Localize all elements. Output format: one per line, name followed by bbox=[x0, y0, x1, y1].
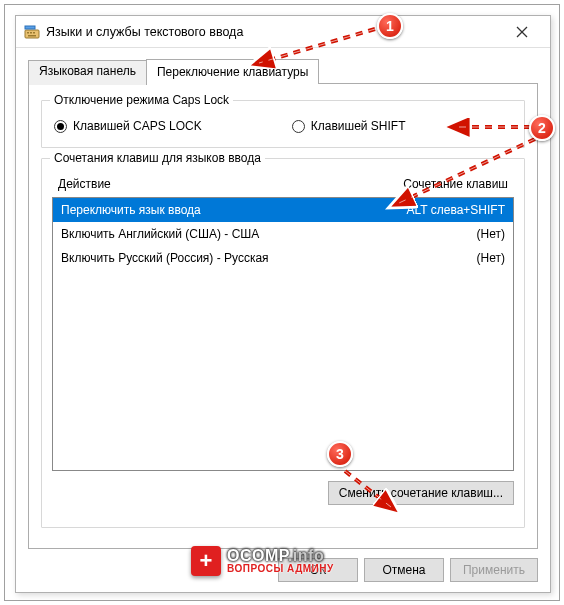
row-keys: (Нет) bbox=[477, 251, 505, 265]
watermark: + OCOMP.info ВОПРОСЫ АДМИНУ bbox=[191, 546, 334, 576]
callout-badge-1: 1 bbox=[377, 13, 403, 39]
row-keys: (Нет) bbox=[477, 227, 505, 241]
svg-rect-4 bbox=[28, 35, 36, 37]
col-keys: Сочетание клавиш bbox=[403, 177, 508, 191]
change-hotkey-button[interactable]: Сменить сочетание клавиш... bbox=[328, 481, 514, 505]
cancel-button[interactable]: Отмена bbox=[364, 558, 444, 582]
list-header: Действие Сочетание клавиш bbox=[52, 173, 514, 197]
radio-capslock-label: Клавишей CAPS LOCK bbox=[73, 119, 202, 133]
tab-keyboard-switch[interactable]: Переключение клавиатуры bbox=[146, 59, 319, 84]
row-action: Включить Английский (США) - США bbox=[61, 227, 259, 241]
tab-strip: Языковая панель Переключение клавиатуры bbox=[28, 58, 538, 83]
titlebar: Языки и службы текстового ввода bbox=[16, 16, 550, 48]
watermark-brand: OCOMP.info bbox=[227, 548, 334, 564]
watermark-plus-icon: + bbox=[191, 546, 221, 576]
dialog-window: Языки и службы текстового ввода Языковая… bbox=[15, 15, 551, 593]
hotkeys-groupbox: Сочетания клавиш для языков ввода Действ… bbox=[41, 158, 525, 528]
close-button[interactable] bbox=[502, 18, 542, 46]
watermark-text: OCOMP.info ВОПРОСЫ АДМИНУ bbox=[227, 548, 334, 574]
callout-badge-2: 2 bbox=[529, 115, 555, 141]
apply-button[interactable]: Применить bbox=[450, 558, 538, 582]
capslock-legend: Отключение режима Caps Lock bbox=[50, 93, 233, 107]
watermark-tagline: ВОПРОСЫ АДМИНУ bbox=[227, 564, 334, 574]
row-keys: ALT слева+SHIFT bbox=[407, 203, 506, 217]
list-row[interactable]: Переключить язык ввода ALT слева+SHIFT bbox=[53, 198, 513, 222]
capslock-radio-row: Клавишей CAPS LOCK Клавишей SHIFT bbox=[52, 115, 514, 137]
col-action: Действие bbox=[58, 177, 111, 191]
tab-language-bar[interactable]: Языковая панель bbox=[28, 60, 147, 85]
hotkeys-legend: Сочетания клавиш для языков ввода bbox=[50, 151, 265, 165]
hotkey-list[interactable]: Переключить язык ввода ALT слева+SHIFT В… bbox=[52, 197, 514, 471]
svg-rect-1 bbox=[27, 32, 29, 34]
list-row[interactable]: Включить Русский (Россия) - Русская (Нет… bbox=[53, 246, 513, 270]
row-action: Переключить язык ввода bbox=[61, 203, 201, 217]
radio-dot-icon bbox=[292, 120, 305, 133]
radio-shift-label: Клавишей SHIFT bbox=[311, 119, 406, 133]
window-title: Языки и службы текстового ввода bbox=[46, 25, 502, 39]
keyboard-icon bbox=[24, 24, 40, 40]
list-row[interactable]: Включить Английский (США) - США (Нет) bbox=[53, 222, 513, 246]
radio-capslock[interactable]: Клавишей CAPS LOCK bbox=[54, 119, 202, 133]
capslock-groupbox: Отключение режима Caps Lock Клавишей CAP… bbox=[41, 100, 525, 148]
callout-badge-3: 3 bbox=[327, 441, 353, 467]
svg-rect-0 bbox=[25, 30, 39, 38]
svg-rect-5 bbox=[25, 26, 35, 29]
row-action: Включить Русский (Россия) - Русская bbox=[61, 251, 269, 265]
svg-rect-2 bbox=[30, 32, 32, 34]
client-area: Языковая панель Переключение клавиатуры … bbox=[16, 48, 550, 592]
tab-panel: Отключение режима Caps Lock Клавишей CAP… bbox=[28, 83, 538, 549]
radio-dot-icon bbox=[54, 120, 67, 133]
screenshot-frame: Языки и службы текстового ввода Языковая… bbox=[4, 4, 560, 601]
radio-shift[interactable]: Клавишей SHIFT bbox=[292, 119, 406, 133]
svg-rect-3 bbox=[33, 32, 35, 34]
